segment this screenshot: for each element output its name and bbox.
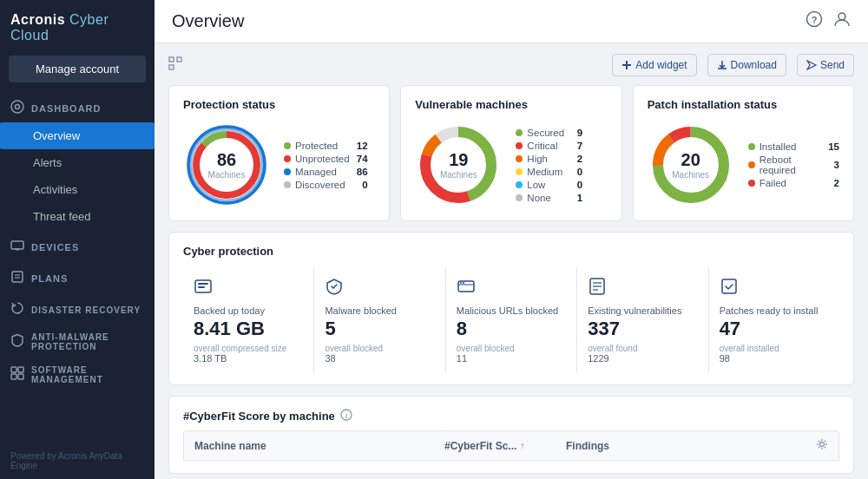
vulnerabilities-label: Existing vulnerabilities [588, 305, 697, 316]
patches-sub-label: overall installed [720, 344, 829, 353]
patch-center-label: Machines [672, 170, 709, 180]
legend-failed: Failed 2 [748, 178, 839, 188]
protection-center-num: 86 [208, 150, 246, 170]
patches-label: Patches ready to install [720, 305, 829, 316]
urls-sub-label: overall blocked [457, 344, 566, 353]
download-button[interactable]: Download [707, 54, 786, 76]
main-content: Overview ? [155, 0, 868, 479]
patch-donut: 20 Machines [648, 121, 734, 208]
expand-icon[interactable] [168, 56, 182, 74]
nav-section-devices: DEVICES [0, 230, 155, 261]
manage-account-button[interactable]: Manage account [9, 56, 146, 82]
cyber-protection-card: Cyber protection Backed up today 8.41 GB… [168, 232, 854, 385]
svg-text:i: i [345, 412, 347, 420]
sort-icon: ↑ [520, 441, 524, 450]
legend-medium: Medium 0 [516, 167, 582, 177]
topbar-actions: ? [806, 10, 851, 32]
nav-section-plans: PLANS [0, 261, 155, 292]
send-button[interactable]: Send [797, 54, 854, 76]
sidebar-item-overview[interactable]: Overview [0, 122, 155, 149]
dashboard-icon [10, 100, 24, 117]
protection-status-title: Protection status [183, 98, 375, 111]
sidebar: Acronis Cyber Cloud Manage account DASHB… [0, 0, 155, 479]
table-settings-icon[interactable] [816, 438, 828, 453]
svg-rect-16 [177, 57, 181, 62]
nav-section-anti-malware: ANTI-MALWARE PROTECTION [0, 324, 155, 357]
svg-text:?: ? [812, 15, 818, 25]
patch-center-num: 20 [672, 150, 709, 170]
vulnerable-legend: Secured 9 Critical 7 High 2 [516, 128, 582, 203]
cyber-protection-title: Cyber protection [183, 245, 839, 258]
svg-rect-17 [169, 65, 174, 69]
sidebar-item-alerts[interactable]: Alerts [0, 149, 155, 176]
legend-high: High 2 [516, 154, 582, 164]
malware-icon [325, 277, 434, 300]
disaster-recovery-icon [10, 301, 24, 318]
legend-discovered: Discovered 0 [284, 180, 368, 190]
metric-urls: Malicious URLs blocked 8 overall blocked… [446, 268, 577, 372]
svg-point-39 [463, 282, 464, 284]
backup-icon [194, 277, 303, 300]
user-profile-button[interactable] [833, 10, 851, 32]
protection-status-card: Protection status [168, 85, 390, 221]
backup-sub-label: overall compressed size [194, 344, 303, 353]
svg-rect-2 [11, 241, 23, 249]
help-button[interactable]: ? [806, 10, 823, 32]
metric-patches: Patches ready to install 47 overall inst… [709, 268, 839, 372]
sidebar-item-threat-feed[interactable]: Threat feed [0, 203, 155, 230]
legend-none: None 1 [516, 193, 582, 203]
vulnerabilities-icon [588, 277, 697, 300]
svg-rect-44 [722, 279, 736, 293]
sidebar-footer: Powered by Acronis AnyData Engine [0, 443, 155, 479]
th-cyberfit-score[interactable]: #CyberFit Sc... ↑ [444, 440, 566, 452]
patch-legend: Installed 15 Reboot required 3 Failed 2 [748, 141, 839, 188]
svg-rect-5 [12, 272, 23, 282]
legend-reboot-required: Reboot required 3 [748, 154, 839, 175]
sidebar-item-activities[interactable]: Activities [0, 176, 155, 203]
cyberfit-title: #CyberFit Score by machine [183, 410, 335, 423]
nav-label-disaster-recovery: DISASTER RECOVERY [31, 305, 141, 315]
svg-point-14 [838, 13, 845, 20]
page-title: Overview [172, 11, 244, 31]
backup-value: 8.41 GB [194, 318, 303, 340]
urls-label: Malicious URLs blocked [457, 305, 566, 316]
vulnerabilities-sub-label: overall found [588, 344, 697, 353]
metric-vulnerabilities: Existing vulnerabilities 337 overall fou… [577, 268, 708, 372]
backup-sub-value: 3.18 TB [194, 353, 303, 364]
svg-rect-15 [169, 57, 174, 62]
nav-label-dashboard: DASHBOARD [31, 103, 102, 114]
svg-rect-19 [622, 64, 631, 66]
vulnerable-center-num: 19 [440, 150, 477, 170]
malware-value: 5 [325, 318, 434, 340]
nav-section-software-management: SOFTWARE MANAGEMENT [0, 357, 155, 390]
nav-section-disaster-recovery: DISASTER RECOVERY [0, 292, 155, 324]
cyberfit-header: #CyberFit Score by machine i [183, 409, 839, 423]
svg-point-47 [820, 443, 825, 447]
software-mgmt-icon [10, 366, 24, 384]
add-widget-button[interactable]: Add widget [612, 54, 696, 76]
nav-label-plans: PLANS [31, 273, 68, 284]
svg-rect-8 [11, 367, 16, 372]
backup-label: Backed up today [194, 305, 303, 316]
anti-malware-icon [10, 333, 24, 351]
legend-secured: Secured 9 [516, 128, 582, 138]
plans-icon [10, 270, 24, 287]
logo-cloud: Cloud [10, 28, 49, 43]
svg-point-1 [16, 105, 20, 109]
patches-sub-value: 98 [720, 353, 829, 364]
topbar: Overview ? [155, 0, 868, 43]
svg-rect-10 [11, 374, 16, 379]
protection-donut: 86 Machines [183, 121, 270, 208]
devices-icon [10, 239, 24, 256]
metric-malware: Malware blocked 5 overall blocked 38 [314, 268, 445, 372]
info-icon[interactable]: i [340, 409, 352, 423]
protection-center-label: Machines [208, 170, 246, 180]
malware-sub-label: overall blocked [325, 344, 434, 353]
nav-label-devices: DEVICES [31, 242, 79, 253]
th-machine-name: Machine name [194, 440, 444, 452]
svg-point-0 [11, 101, 23, 113]
cyberfit-card: #CyberFit Score by machine i Machine nam… [168, 396, 854, 474]
legend-protected: Protected 12 [284, 141, 368, 151]
malware-label: Malware blocked [325, 305, 434, 316]
vulnerable-center-label: Machines [440, 170, 477, 180]
